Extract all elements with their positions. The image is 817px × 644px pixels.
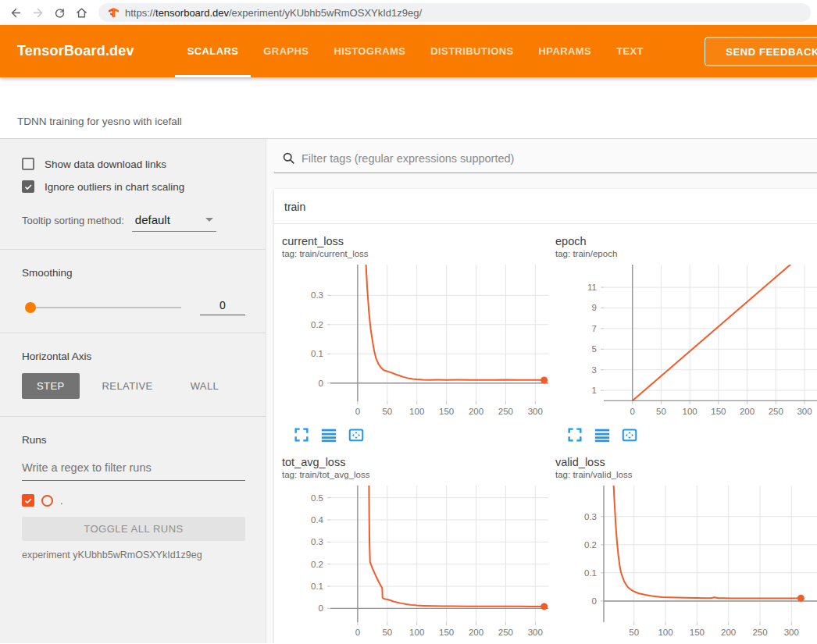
line-chart[interactable]: 0501001502002503001357911 bbox=[555, 260, 817, 422]
tag-filter-row bbox=[274, 148, 817, 173]
smoothing-value[interactable]: 0 bbox=[200, 299, 245, 315]
run-row[interactable]: . bbox=[22, 494, 245, 507]
divider bbox=[0, 249, 266, 250]
experiment-title: TDNN training for yesno with icefall bbox=[17, 116, 182, 127]
tab-distributions[interactable]: DISTRIBUTIONS bbox=[418, 25, 526, 77]
svg-text:0.1: 0.1 bbox=[311, 349, 323, 358]
smoothing-label: Smoothing bbox=[22, 267, 245, 279]
svg-text:50: 50 bbox=[382, 628, 392, 637]
chart-epoch: epoch tag: train/epoch 05010015020025030… bbox=[555, 235, 817, 443]
line-chart[interactable]: 05010015020025030000.10.20.30.40.5 bbox=[282, 481, 554, 642]
chart-tot-avg-loss: tot_avg_loss tag: train/tot_avg_loss 050… bbox=[282, 456, 555, 643]
checkbox-unchecked-icon[interactable] bbox=[22, 158, 34, 170]
tab-text[interactable]: TEXT bbox=[604, 25, 656, 77]
svg-text:9: 9 bbox=[592, 303, 597, 312]
horizontal-axis-label: Horizontal Axis bbox=[22, 350, 245, 362]
svg-text:200: 200 bbox=[740, 407, 755, 416]
svg-text:0: 0 bbox=[319, 379, 323, 388]
back-button[interactable] bbox=[6, 3, 25, 22]
svg-text:50: 50 bbox=[629, 628, 639, 637]
svg-text:0: 0 bbox=[630, 407, 635, 416]
smoothing-slider-row: 0 bbox=[22, 299, 245, 315]
experiment-id-caption: experiment yKUbhb5wRmOSXYkId1z9eg bbox=[22, 550, 245, 560]
log-scale-icon[interactable] bbox=[594, 426, 611, 443]
fit-domain-icon[interactable] bbox=[621, 426, 638, 443]
dashboard-main: train current_loss tag: train/current_lo… bbox=[266, 139, 817, 643]
runs-label: Runs bbox=[22, 434, 245, 446]
toggle-all-runs-button[interactable]: TOGGLE ALL RUNS bbox=[22, 517, 245, 541]
svg-text:250: 250 bbox=[498, 407, 513, 416]
checkbox-checked-icon[interactable] bbox=[22, 180, 34, 193]
home-button[interactable] bbox=[72, 3, 91, 22]
run-name: . bbox=[60, 495, 63, 507]
svg-text:100: 100 bbox=[683, 407, 697, 416]
axis-option-step[interactable]: STEP bbox=[22, 373, 80, 399]
section-title[interactable]: train bbox=[274, 189, 817, 224]
tooltip-sorting-value: default bbox=[135, 213, 170, 226]
search-icon bbox=[282, 151, 295, 165]
chevron-down-icon bbox=[205, 218, 213, 222]
svg-text:250: 250 bbox=[752, 628, 767, 637]
svg-text:300: 300 bbox=[528, 628, 543, 637]
runs-filter-input[interactable] bbox=[22, 458, 245, 481]
svg-text:100: 100 bbox=[409, 407, 424, 416]
svg-text:0.3: 0.3 bbox=[311, 537, 323, 546]
tab-graphs[interactable]: GRAPHS bbox=[251, 25, 321, 77]
svg-text:7: 7 bbox=[592, 324, 597, 333]
svg-text:1: 1 bbox=[592, 386, 597, 395]
svg-text:0.2: 0.2 bbox=[584, 540, 597, 550]
fit-domain-icon[interactable] bbox=[348, 426, 365, 443]
svg-text:150: 150 bbox=[690, 628, 705, 637]
svg-text:200: 200 bbox=[469, 407, 483, 416]
svg-text:11: 11 bbox=[587, 283, 597, 292]
svg-text:0: 0 bbox=[355, 407, 360, 416]
tooltip-sorting-row: Tooltip sorting method: default bbox=[22, 213, 245, 232]
svg-text:300: 300 bbox=[784, 628, 799, 637]
tooltip-sorting-select[interactable]: default bbox=[132, 213, 216, 232]
line-chart[interactable]: 5010015020025030000.10.20.3 bbox=[555, 481, 817, 642]
expand-icon[interactable] bbox=[566, 426, 583, 443]
experiment-bar: TDNN training for yesno with icefall bbox=[0, 77, 817, 139]
svg-text:100: 100 bbox=[409, 628, 424, 637]
tab-histograms[interactable]: HISTOGRAMS bbox=[321, 25, 418, 77]
ignore-outliers-checkbox[interactable]: Ignore outliers in chart scaling bbox=[22, 180, 245, 193]
axis-option-wall[interactable]: WALL bbox=[176, 373, 234, 399]
chart-tag: tag: train/current_loss bbox=[282, 249, 555, 258]
tab-hparams[interactable]: HPARAMS bbox=[526, 25, 605, 77]
settings-sidebar: Show data download links Ignore outliers… bbox=[0, 139, 266, 643]
tooltip-sorting-label: Tooltip sorting method: bbox=[22, 215, 124, 226]
show-download-links-label: Show data download links bbox=[45, 158, 166, 170]
svg-text:200: 200 bbox=[469, 628, 483, 637]
run-checkbox[interactable] bbox=[22, 494, 34, 507]
slider-thumb[interactable] bbox=[25, 302, 36, 313]
chart-tag: tag: train/epoch bbox=[555, 249, 817, 258]
log-scale-icon[interactable] bbox=[320, 426, 337, 443]
svg-text:0.5: 0.5 bbox=[311, 493, 323, 503]
svg-text:0.2: 0.2 bbox=[311, 560, 323, 569]
forward-button[interactable] bbox=[28, 3, 47, 22]
svg-text:0.3: 0.3 bbox=[311, 290, 323, 300]
address-bar[interactable]: https://tensorboard.dev/experiment/yKUbh… bbox=[98, 3, 811, 22]
chart-title: tot_avg_loss bbox=[282, 456, 555, 468]
svg-text:250: 250 bbox=[769, 407, 783, 416]
line-chart[interactable]: 05010015020025030000.10.20.3 bbox=[282, 260, 554, 422]
svg-text:200: 200 bbox=[721, 628, 736, 637]
smoothing-slider[interactable] bbox=[27, 307, 181, 308]
axis-option-relative[interactable]: RELATIVE bbox=[87, 373, 168, 399]
svg-text:300: 300 bbox=[528, 407, 543, 416]
browser-chrome: https://tensorboard.dev/experiment/yKUbh… bbox=[0, 0, 817, 25]
reload-button[interactable] bbox=[50, 3, 69, 22]
tag-filter-input[interactable] bbox=[301, 152, 817, 165]
chart-actions bbox=[293, 426, 555, 443]
tab-scalars[interactable]: SCALARS bbox=[175, 25, 252, 77]
svg-text:0.3: 0.3 bbox=[584, 512, 597, 521]
svg-text:300: 300 bbox=[797, 407, 812, 416]
svg-text:250: 250 bbox=[498, 628, 513, 637]
show-download-links-checkbox[interactable]: Show data download links bbox=[22, 158, 245, 170]
svg-text:5: 5 bbox=[592, 344, 597, 354]
expand-icon[interactable] bbox=[293, 426, 310, 443]
send-feedback-button[interactable]: SEND FEEDBACK bbox=[705, 37, 817, 66]
chart-title: epoch bbox=[555, 235, 817, 247]
chart-current-loss: current_loss tag: train/current_loss 050… bbox=[282, 235, 555, 443]
divider bbox=[0, 333, 266, 333]
